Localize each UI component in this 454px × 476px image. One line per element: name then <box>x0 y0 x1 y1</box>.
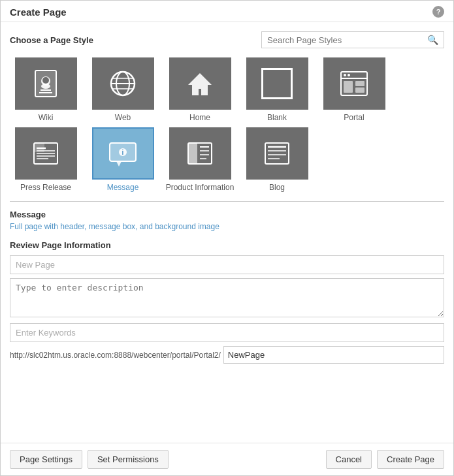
style-item-blog[interactable]: Blog <box>241 127 313 192</box>
style-item-wiki[interactable]: Wiki <box>10 57 82 122</box>
press-release-icon <box>30 138 61 169</box>
dialog-body: Choose a Page Style 🔍 <box>1 22 453 443</box>
portal-icon <box>338 68 370 99</box>
dialog-header: Create Page ? <box>1 1 453 22</box>
wiki-icon-box <box>15 57 77 110</box>
portal-icon-box <box>323 57 385 110</box>
style-item-blank[interactable]: Blank <box>241 57 313 122</box>
blog-icon-box <box>246 127 308 180</box>
set-permissions-button[interactable]: Set Permissions <box>88 450 169 469</box>
svg-rect-33 <box>188 143 197 164</box>
page-styles-grid: Wiki Web <box>10 57 444 192</box>
keywords-input[interactable] <box>10 323 444 342</box>
home-label: Home <box>189 113 210 122</box>
footer-left: Page Settings Set Permissions <box>10 450 169 469</box>
wiki-label: Wiki <box>39 113 54 122</box>
style-item-press-release[interactable]: Press Release <box>10 127 82 192</box>
svg-marker-29 <box>116 161 122 167</box>
choose-label: Choose a Page Style <box>10 35 93 45</box>
dialog-footer: Page Settings Set Permissions Cancel Cre… <box>1 443 453 475</box>
product-information-label: Product Information <box>166 183 235 192</box>
style-item-portal[interactable]: Portal <box>318 57 390 122</box>
portal-label: Portal <box>344 113 364 122</box>
svg-marker-12 <box>188 73 212 95</box>
search-input[interactable] <box>267 35 427 45</box>
message-label: Message <box>107 183 139 192</box>
press-release-label: Press Release <box>20 183 71 192</box>
blog-icon <box>261 138 293 169</box>
choose-header: Choose a Page Style 🔍 <box>10 31 444 48</box>
home-icon-box <box>169 57 231 110</box>
web-icon <box>107 68 138 99</box>
svg-text:i: i <box>122 149 124 156</box>
cancel-button[interactable]: Cancel <box>326 450 372 469</box>
description-textarea[interactable] <box>10 278 444 317</box>
search-icon: 🔍 <box>427 35 438 45</box>
product-information-icon <box>184 138 216 169</box>
svg-rect-18 <box>355 81 365 86</box>
create-page-button[interactable]: Create Page <box>377 450 444 469</box>
page-settings-button[interactable]: Page Settings <box>10 450 82 469</box>
blank-icon <box>261 68 293 99</box>
home-icon <box>184 68 216 99</box>
web-label: Web <box>115 113 131 122</box>
product-information-icon-box <box>169 127 231 180</box>
message-icon: i <box>107 138 138 169</box>
style-item-product-information[interactable]: Product Information <box>164 127 236 192</box>
svg-point-5 <box>42 77 49 84</box>
style-item-web[interactable]: Web <box>87 57 159 122</box>
selected-style-description: Full page with header, message box, and … <box>10 222 444 231</box>
message-icon-box: i <box>92 127 154 180</box>
selected-style-name: Message <box>10 210 444 219</box>
url-prefix-label: http://slc02htm.us.oracle.com:8888/webce… <box>10 351 221 360</box>
svg-rect-19 <box>355 87 365 93</box>
svg-point-6 <box>41 84 50 89</box>
dialog-title: Create Page <box>10 7 67 18</box>
web-icon-box <box>92 57 154 110</box>
press-release-icon-box <box>15 127 77 180</box>
divider <box>10 201 444 202</box>
blog-label: Blog <box>269 183 285 192</box>
svg-point-15 <box>344 74 346 76</box>
page-name-input[interactable] <box>10 255 444 274</box>
help-icon[interactable]: ? <box>432 6 444 18</box>
svg-rect-26 <box>34 143 44 152</box>
svg-rect-17 <box>344 81 353 93</box>
svg-point-16 <box>348 74 350 76</box>
search-box[interactable]: 🔍 <box>261 31 444 48</box>
create-page-dialog: Create Page ? Choose a Page Style 🔍 <box>0 0 454 476</box>
url-row: http://slc02htm.us.oracle.com:8888/webce… <box>10 346 444 364</box>
footer-right: Cancel Create Page <box>326 450 444 469</box>
blank-label: Blank <box>267 113 287 122</box>
url-input[interactable] <box>223 346 444 364</box>
review-section: Review Page Information http://slc02htm.… <box>10 240 444 364</box>
review-title: Review Page Information <box>10 240 444 250</box>
style-item-message[interactable]: i Message <box>87 127 159 192</box>
style-item-home[interactable]: Home <box>164 57 236 122</box>
wiki-icon <box>30 68 61 99</box>
blank-icon-box <box>246 57 308 110</box>
